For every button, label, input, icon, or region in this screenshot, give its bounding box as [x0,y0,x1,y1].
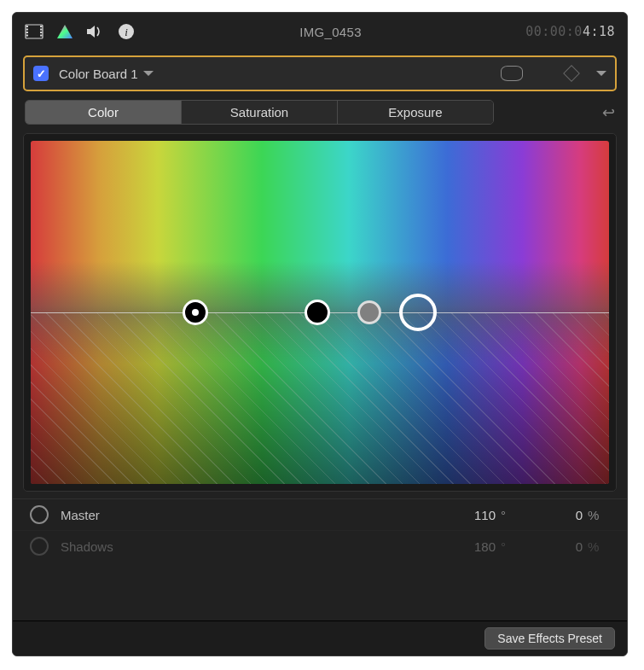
highlights-puck[interactable] [183,300,208,325]
shadows-puck[interactable] [305,300,330,325]
footer: Save Effects Preset [13,620,627,655]
radio-shadows[interactable] [30,537,49,556]
clip-title: IMG_0453 [148,25,513,39]
filmstrip-icon[interactable] [25,22,44,41]
param-row-master[interactable]: Master 110 ° 0 % [13,498,627,530]
svg-marker-10 [57,25,73,38]
timecode-highlight: 4:18 [583,24,615,39]
param-label: Master [61,508,436,522]
effect-name-dropdown[interactable]: Color Board 1 [59,67,154,81]
param-angle-value[interactable]: 110 [436,508,496,522]
svg-rect-8 [40,32,43,33]
correction-tabs: Color Saturation Exposure [25,100,494,125]
param-row-shadows[interactable]: Shadows 180 ° 0 % [13,530,627,562]
svg-rect-6 [40,26,43,27]
param-label: Shadows [61,539,436,554]
parameter-list: Master 110 ° 0 % Shadows 180 ° 0 % [13,498,627,620]
degree-unit: ° [496,539,523,554]
tab-color[interactable]: Color [26,101,182,124]
percent-unit: % [583,508,610,522]
degree-unit: ° [496,508,523,522]
speaker-icon[interactable] [86,22,105,41]
svg-rect-3 [26,29,29,31]
timecode-gray: 00:00:0 [525,24,583,39]
radio-master[interactable] [30,505,49,524]
inspector-panel: i IMG_0453 00:00:04:18 ✓ Color Board 1 C… [12,12,628,656]
param-amount-value[interactable]: 0 [523,508,583,522]
color-board[interactable] [31,141,609,484]
inspector-header: i IMG_0453 00:00:04:18 [13,13,627,50]
tabs-row: Color Saturation Exposure ↩ [13,100,627,133]
effect-enabled-checkbox[interactable]: ✓ [33,66,49,81]
effect-name-label: Color Board 1 [59,67,138,81]
info-icon[interactable]: i [117,22,136,41]
timecode: 00:00:04:18 [525,24,615,39]
percent-unit: % [583,539,610,554]
svg-marker-11 [87,26,95,38]
effect-row[interactable]: ✓ Color Board 1 [23,55,617,91]
color-board-container [23,133,617,492]
chevron-down-icon [143,71,154,76]
svg-text:i: i [125,26,128,38]
param-angle-value[interactable]: 180 [436,539,496,554]
svg-rect-5 [26,35,29,37]
reset-button[interactable]: ↩ [589,103,615,122]
tab-exposure[interactable]: Exposure [338,101,493,124]
keyframe-menu-chevron-icon[interactable] [596,71,606,76]
keyframe-icon[interactable] [563,65,580,82]
global-puck[interactable] [399,294,437,331]
tab-saturation[interactable]: Saturation [182,101,338,124]
svg-rect-2 [26,26,29,27]
svg-rect-4 [26,32,29,33]
midtones-puck[interactable] [357,300,381,324]
svg-rect-9 [40,35,43,37]
svg-rect-7 [40,29,43,31]
shape-mask-icon[interactable] [501,66,523,81]
save-effects-preset-button[interactable]: Save Effects Preset [484,627,615,650]
color-prism-icon[interactable] [55,22,74,41]
param-amount-value[interactable]: 0 [523,539,583,554]
